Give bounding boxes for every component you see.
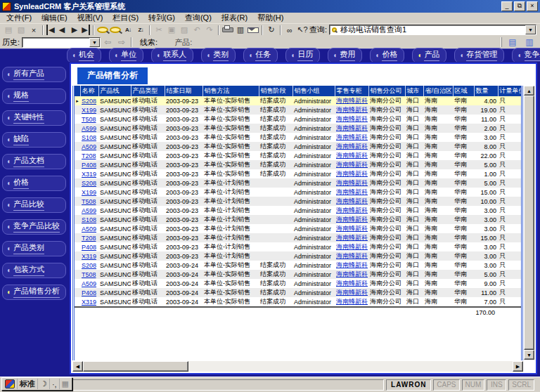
- menu-item[interactable]: 视图(V): [72, 12, 108, 24]
- column-header[interactable]: 数量: [474, 86, 498, 96]
- restore-button[interactable]: ⧉: [514, 1, 525, 11]
- product-link[interactable]: X319: [80, 297, 98, 306]
- first-record-icon[interactable]: ◀: [46, 25, 55, 35]
- last-record-icon[interactable]: ▶: [82, 25, 90, 35]
- table-row[interactable]: X199SAMSUNG移动电话2003-09-23本单位-计划销售Adminis…: [75, 188, 523, 197]
- product-link[interactable]: X319: [80, 169, 98, 178]
- sidebar-item[interactable]: ◖ 缺陷: [2, 132, 66, 148]
- printer-setup-icon[interactable]: ▥: [524, 37, 535, 48]
- sidebar-item[interactable]: ◖ 所有产品: [2, 67, 66, 82]
- retail-counter-link[interactable]: 海南蜂新科: [335, 251, 368, 261]
- retail-counter-link[interactable]: 海南蜂新科: [335, 224, 368, 233]
- undo-icon[interactable]: ↶: [191, 25, 202, 35]
- column-header[interactable]: 销售分公司: [368, 86, 405, 96]
- column-header[interactable]: 区域: [453, 86, 474, 96]
- sep[interactable]: [280, 25, 281, 35]
- retail-counter-link[interactable]: 海南蜂新科: [335, 297, 368, 306]
- retail-counter-link[interactable]: 海南蜂新科: [335, 288, 368, 297]
- paste-icon[interactable]: ▨: [179, 25, 190, 35]
- edit-record-icon[interactable]: ▧: [15, 25, 27, 35]
- retail-counter-link[interactable]: 海南蜂新科: [335, 233, 368, 242]
- retail-counter-link[interactable]: 海南蜂新科: [335, 142, 368, 151]
- sidebar-item[interactable]: ◖ 产品销售分析: [2, 285, 66, 300]
- product-link[interactable]: P408: [80, 160, 98, 169]
- table-row[interactable]: A599SAMSUNG移动电话2003-09-23本单位-实际销售结案成功Adm…: [75, 124, 523, 133]
- column-header[interactable]: 计量单位: [498, 86, 523, 96]
- retail-counter-link[interactable]: 海南蜂新科: [335, 242, 368, 251]
- print-icon[interactable]: [222, 27, 233, 32]
- table-row[interactable]: ▸S208SAMSUNG移动电话2003-09-23本单位-实际销售结案成功Ad…: [75, 96, 523, 105]
- refresh-icon[interactable]: ↻: [266, 25, 277, 35]
- sort-descending-icon[interactable]: Z↓: [135, 25, 146, 35]
- scroll-up-icon[interactable]: ▲: [524, 86, 534, 96]
- column-header[interactable]: 城市: [405, 86, 423, 96]
- retail-counter-link[interactable]: 海南蜂新科: [335, 270, 368, 279]
- module-tab[interactable]: ◖ 存货管理: [454, 48, 504, 63]
- table-row[interactable]: T208SAMSUNG移动电话2003-09-23本单位-计划销售Adminis…: [75, 233, 523, 242]
- ime-keyboard-icon[interactable]: ▦: [60, 379, 71, 389]
- horizontal-scroll-thumb[interactable]: [83, 361, 188, 372]
- table-row[interactable]: S208SAMSUNG移动电话2003-09-23本单位-计划销售Adminis…: [75, 178, 523, 188]
- column-header[interactable]: 销售小组: [292, 86, 335, 96]
- table-row[interactable]: S108SAMSUNG移动电话2003-09-23本单位-实际销售结案成功Adm…: [75, 133, 523, 142]
- table-row[interactable]: A599SAMSUNG移动电话2003-09-23本单位-计划销售Adminis…: [75, 206, 523, 215]
- sidebar-item[interactable]: ◖ 产品文档: [2, 154, 66, 169]
- ime-logo-icon[interactable]: [3, 379, 18, 389]
- retail-counter-link[interactable]: 海南蜂新科: [335, 151, 368, 160]
- printer-icon[interactable]: ▤: [507, 37, 518, 48]
- table-row[interactable]: T508SAMSUNG移动电话2003-09-23本单位-计划销售Adminis…: [75, 197, 523, 206]
- menu-item[interactable]: 编辑(E): [37, 12, 72, 24]
- retail-counter-link[interactable]: 海南蜂新科: [335, 96, 368, 105]
- column-header[interactable]: 名称: [80, 86, 98, 96]
- product-link[interactable]: T508: [80, 270, 98, 279]
- table-row[interactable]: A509SAMSUNG移动电话2003-09-23本单位-实际销售结案成功Adm…: [75, 142, 523, 151]
- vertical-scrollbar[interactable]: ▲ ▼: [524, 86, 534, 360]
- product-link[interactable]: S208: [80, 261, 98, 270]
- sidebar-item[interactable]: ◖ 包装方式: [2, 263, 66, 278]
- table-row[interactable]: X319SAMSUNG移动电话2003-09-24本单位-实际销售结案成功Adm…: [75, 297, 523, 306]
- vertical-scroll-thumb[interactable]: [524, 96, 534, 350]
- table-row[interactable]: T208SAMSUNG移动电话2003-09-23本单位-实际销售结案成功Adm…: [75, 151, 523, 160]
- sep[interactable]: [93, 25, 94, 35]
- retail-counter-link[interactable]: 海南蜂新科: [335, 197, 368, 206]
- product-link[interactable]: X319: [80, 251, 98, 261]
- product-link[interactable]: X199: [80, 105, 98, 115]
- sort-ascending-icon[interactable]: A↓: [122, 25, 134, 35]
- module-tab[interactable]: ◖ 任务: [243, 48, 278, 63]
- product-link[interactable]: S108: [80, 215, 98, 224]
- product-link[interactable]: A599: [80, 124, 98, 133]
- module-tab[interactable]: ◖ 费用: [328, 48, 362, 63]
- product-link[interactable]: P408: [80, 288, 98, 297]
- product-link[interactable]: A509: [80, 224, 98, 233]
- module-tab[interactable]: ◖ 竞争对手: [512, 48, 540, 63]
- new-record-icon[interactable]: ▤: [3, 25, 14, 35]
- table-row[interactable]: X319SAMSUNG移动电话2003-09-23本单位-实际销售结案成功Adm…: [75, 169, 523, 178]
- menu-item[interactable]: 帮助(H): [252, 12, 288, 24]
- scroll-right-icon[interactable]: ▶: [513, 361, 523, 372]
- history-dropdown-button[interactable]: ▼: [89, 38, 100, 47]
- retail-counter-link[interactable]: 海南蜂新科: [335, 279, 368, 288]
- horizontal-scrollbar[interactable]: ◀ ▶: [72, 361, 523, 372]
- retail-counter-link[interactable]: 海南蜂新科: [335, 178, 368, 188]
- retail-counter-link[interactable]: 海南蜂新科: [335, 261, 368, 270]
- product-link[interactable]: A599: [80, 206, 98, 215]
- next-record-icon[interactable]: ▶: [69, 25, 80, 35]
- table-row[interactable]: A509SAMSUNG移动电话2003-09-24本单位-实际销售结案成功Adm…: [75, 279, 523, 288]
- menu-item[interactable]: 文件(F): [1, 12, 37, 24]
- table-row[interactable]: T508SAMSUNG移动电话2003-09-24本单位-实际销售结案成功Adm…: [75, 270, 523, 279]
- sidebar-item[interactable]: ◖ 关键特性: [2, 110, 66, 126]
- menu-item[interactable]: 报表(R): [217, 12, 252, 24]
- sep[interactable]: [262, 25, 263, 35]
- menu-item[interactable]: 栏目(S): [108, 12, 143, 24]
- retail-counter-link[interactable]: 海南蜂新科: [335, 133, 368, 142]
- table-row[interactable]: P408SAMSUNG移动电话2003-09-24本单位-实际销售结案成功Adm…: [75, 288, 523, 297]
- table-row[interactable]: A509SAMSUNG移动电话2003-09-23本单位-计划销售Adminis…: [75, 224, 523, 233]
- mail-icon[interactable]: [248, 27, 259, 33]
- product-link[interactable]: T508: [80, 197, 98, 206]
- scroll-down-icon[interactable]: ▼: [524, 350, 534, 360]
- query-combobox[interactable]: 移动电话销售查询1 ▼: [329, 25, 536, 35]
- sidebar-item[interactable]: ◖ 价格: [2, 176, 66, 191]
- minimize-button[interactable]: _: [501, 1, 513, 11]
- sep[interactable]: [42, 25, 44, 35]
- table-row[interactable]: S208SAMSUNG移动电话2003-09-24本单位-实际销售结案成功Adm…: [75, 261, 523, 270]
